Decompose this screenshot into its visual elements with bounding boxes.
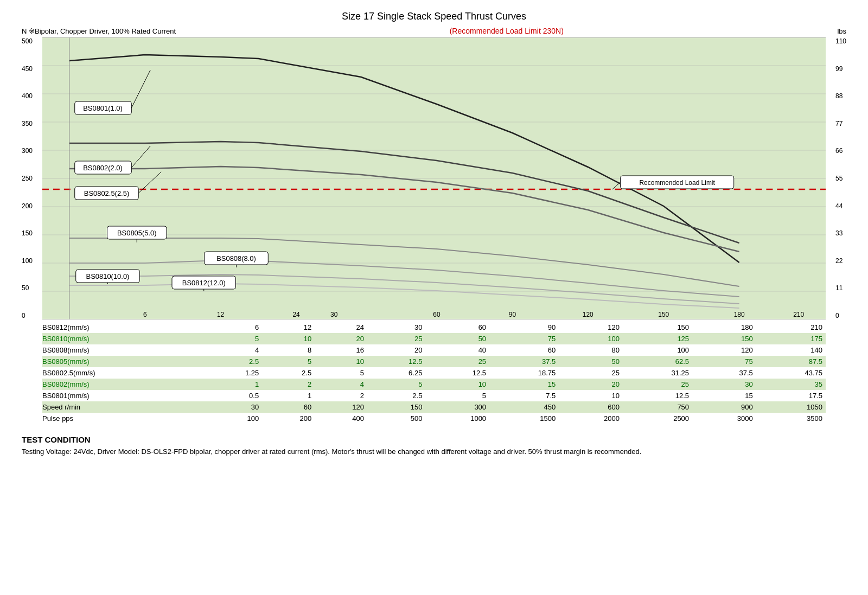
table-cell-value: 2.5 [262,367,315,379]
table-cell-label: BS0812(mm/s) [42,322,204,333]
table-cell-value: 25 [425,356,489,367]
table-cell-value: 6 [204,322,262,333]
table-cell-value: 12.5 [425,367,489,379]
table-cell-value: 100 [559,333,623,344]
svg-text:BS0805(5.0): BS0805(5.0) [117,229,157,237]
table-row: BS0805(mm/s)2.551012.52537.55062.57587.5 [42,356,826,367]
table-cell-value: 8 [262,344,315,356]
table-cell-value: 30 [204,401,262,413]
table-cell-value: 90 [489,322,559,333]
table-cell-value: 60 [262,401,315,413]
svg-text:Recommended Load Limit: Recommended Load Limit [639,179,715,187]
table-cell-label: BS0808(mm/s) [42,344,204,356]
table-cell-value: 40 [425,344,489,356]
table-cell-value: 62.5 [623,356,692,367]
table-row: BS0802.5(mm/s)1.252.556.2512.518.752531.… [42,367,826,379]
table-cell-value: 175 [756,333,826,344]
table-cell-value: 16 [315,344,367,356]
svg-text:6: 6 [143,311,147,318]
table-row: BS0801(mm/s)0.5122.557.51012.51517.5 [42,390,826,401]
table-cell-value: 120 [315,401,367,413]
table-cell-value: 10 [425,379,489,390]
svg-line-36 [612,182,621,189]
data-table: BS0812(mm/s)61224306090120150180210BS081… [42,322,826,424]
table-cell-value: 18.75 [489,367,559,379]
table-row: Pulse pps1002004005001000150020002500300… [42,413,826,424]
svg-text:120: 120 [583,311,593,318]
table-cell-value: 100 [623,344,692,356]
table-cell-value: 5 [315,367,367,379]
table-cell-value: 1050 [756,401,826,413]
table-cell-value: 60 [425,322,489,333]
table-cell-value: 180 [692,322,756,333]
table-cell-value: 15 [489,379,559,390]
table-cell-value: 125 [623,333,692,344]
y-axis-left-labels: 050100150200 250300350400450500 [22,37,33,319]
test-condition-section: TEST CONDITION Testing Voltage: 24Vdc, D… [22,435,846,457]
table-cell-value: 30 [692,379,756,390]
table-cell-value: 87.5 [756,356,826,367]
table-cell-value: 150 [623,322,692,333]
table-cell-value: 17.5 [756,390,826,401]
table-cell-value: 37.5 [692,367,756,379]
table-row: BS0802(mm/s)1245101520253035 [42,379,826,390]
svg-text:BS0801(1.0): BS0801(1.0) [83,104,123,112]
table-cell-value: 120 [692,344,756,356]
table-cell-value: 5 [262,356,315,367]
table-cell-value: 200 [262,413,315,424]
svg-text:BS0802(2.0): BS0802(2.0) [83,164,123,172]
test-condition-heading: TEST CONDITION [22,435,846,444]
table-cell-value: 4 [315,379,367,390]
table-row: BS0810(mm/s)51020255075100125150175 [42,333,826,344]
table-cell-value: 7.5 [489,390,559,401]
svg-text:12: 12 [217,311,225,318]
table-cell-value: 20 [559,379,623,390]
table-cell-value: 43.75 [756,367,826,379]
table-cell-value: 1000 [425,413,489,424]
svg-text:BS0810(10.0): BS0810(10.0) [86,272,130,280]
svg-text:30: 30 [330,311,338,318]
table-cell-value: 20 [315,333,367,344]
table-cell-value: 35 [756,379,826,390]
table-cell-label: BS0810(mm/s) [42,333,204,344]
table-cell-value: 2500 [623,413,692,424]
table-row: BS0812(mm/s)61224306090120150180210 [42,322,826,333]
table-cell-label: BS0801(mm/s) [42,390,204,401]
table-cell-value: 15 [692,390,756,401]
table-cell-value: 400 [315,413,367,424]
svg-text:BS0808(8.0): BS0808(8.0) [216,254,256,263]
table-cell-value: 900 [692,401,756,413]
table-cell-value: 12.5 [367,356,425,367]
table-cell-value: 100 [204,413,262,424]
table-cell-value: 120 [559,322,623,333]
table-cell-value: 10 [262,333,315,344]
subtitle-left: N ※Bipolar, Chopper Driver, 100% Rated C… [22,27,176,35]
table-cell-value: 2.5 [204,356,262,367]
table-cell-value: 140 [756,344,826,356]
table-cell-value: 24 [315,322,367,333]
svg-text:180: 180 [734,311,745,318]
table-cell-label: BS0802.5(mm/s) [42,367,204,379]
table-cell-value: 80 [559,344,623,356]
table-cell-value: 750 [623,401,692,413]
table-cell-value: 10 [315,356,367,367]
table-cell-value: 25 [623,379,692,390]
test-condition-text: Testing Voltage: 24Vdc, Driver Model: DS… [22,446,846,457]
table-cell-value: 31.25 [623,367,692,379]
table-cell-value: 600 [559,401,623,413]
chart-container: BS0801(1.0) BS0802(2.0) BS0802.5(2.5) BS… [42,37,826,319]
svg-text:90: 90 [509,311,516,318]
table-cell-value: 75 [489,333,559,344]
table-cell-value: 2 [262,379,315,390]
table-cell-value: 37.5 [489,356,559,367]
svg-text:24: 24 [292,311,300,318]
svg-line-18 [131,146,150,168]
y-axis-right-labels: 011223344 5566778899110 [835,37,846,319]
table-cell-value: 150 [367,401,425,413]
table-cell-value: 30 [367,322,425,333]
table-row: Speed r/min30601201503004506007509001050 [42,401,826,413]
table-cell-value: 1 [262,390,315,401]
table-cell-value: 12 [262,322,315,333]
data-table-wrapper: BS0812(mm/s)61224306090120150180210BS081… [22,322,846,424]
table-cell-value: 150 [692,333,756,344]
